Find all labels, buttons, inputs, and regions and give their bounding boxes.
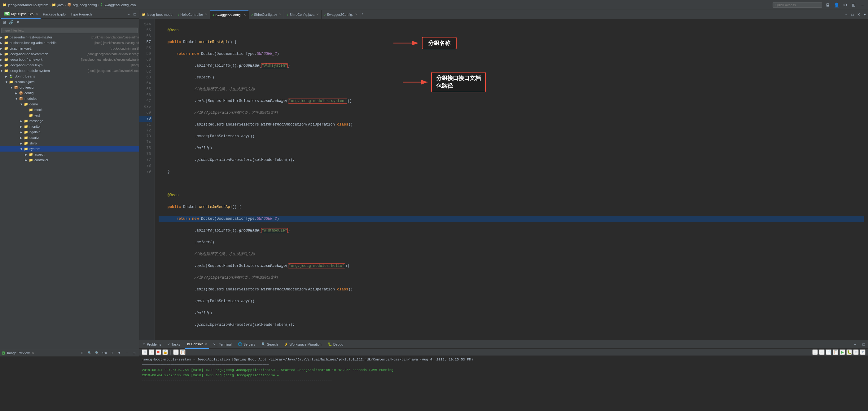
tree-item-aspect[interactable]: ▶ 📁 aspect [0, 152, 139, 157]
tab-console[interactable]: 🖥 Console ✕ [185, 340, 209, 349]
monitor-icon[interactable]: 🖥 [825, 2, 831, 8]
maximize-preview-btn[interactable]: □ [131, 350, 137, 356]
tree-item-ngalain[interactable]: ▶ 📁 ngalain [0, 129, 139, 135]
maximize-bottom-btn[interactable]: □ [861, 341, 867, 348]
tab-swagger2-config[interactable]: J Swagger2Config. ✕ [210, 10, 248, 19]
tab-swagger2-config2[interactable]: J Swagger2Config. ✕ [321, 10, 360, 19]
window-icon[interactable]: ⊞ [851, 2, 857, 8]
zoom-fit-btn[interactable]: ⊞ [79, 350, 85, 356]
tree-item-jeecg-framework[interactable]: ▶ 📁 jeecg-boot-framework [jeecgboot-team… [0, 57, 139, 62]
close-icon[interactable]: ✕ [205, 342, 207, 346]
tab-type-hierarchy[interactable]: Type Hierarch [68, 10, 94, 19]
tab-overflow[interactable]: ⁶ [360, 12, 365, 17]
minimize-editor-btn[interactable]: − [843, 11, 849, 18]
display-selected-btn[interactable]: 📋 [180, 349, 186, 355]
maximize-editor-btn[interactable]: □ [849, 11, 856, 18]
tab-package-explorer[interactable]: Package Explo [40, 10, 68, 19]
close-icon[interactable]: ✕ [279, 13, 281, 16]
tree-item-base-admin[interactable]: ▶ 📁 base-admin-fast-vue-master [trunk/fa… [0, 34, 139, 40]
tab-myeclipse-explorer[interactable]: ME MyEclipse Expl ✕ [1, 10, 40, 19]
folder-icon: 📁 [9, 79, 13, 84]
run-btn[interactable]: ▶ [839, 349, 845, 355]
tree-item-org-jeecg[interactable]: ▼ 📦 org.jeecg [0, 85, 139, 90]
editor-panel: 📁 jeecg-boot-modu J HelloController ✕ J … [140, 10, 868, 340]
tree-item-src-main[interactable]: ▼ 📁 src/main/java [0, 79, 139, 85]
tab-shiro-config[interactable]: J ShiroConfig.jav ✕ [249, 10, 284, 19]
tree-item-jeecg-base[interactable]: ▶ 📁 jeecg-boot-base-common [boot] [jeecg… [0, 51, 139, 57]
debug-run-btn[interactable]: 🐛 [846, 349, 852, 355]
tree-item-message[interactable]: ▶ 📁 message [0, 118, 139, 124]
tab-servers[interactable]: 🌐 Servers [236, 340, 257, 349]
paste-btn[interactable]: 📋 [833, 349, 838, 355]
stop-btn[interactable]: ⏹ [156, 349, 161, 355]
scroll-lock-btn[interactable]: 🔒 [162, 349, 168, 355]
tree-item-modules[interactable]: ▼ 📦 modules [0, 96, 139, 101]
zoom-100-btn[interactable]: 100 [101, 350, 107, 356]
fit-window-btn[interactable]: ⊡ [109, 350, 115, 356]
tab-terminal[interactable]: >_ Terminal [212, 340, 234, 349]
maximize-left-btn[interactable]: □ [132, 11, 138, 17]
minimize-icon[interactable]: − [859, 2, 866, 8]
tree-item-jeecg-jm[interactable]: ▶ 📁 jeecg-boot-module-jm [boot] [0, 62, 139, 68]
code-editor-content[interactable]: @Bean public Docket createRestApi() { re… [155, 19, 868, 340]
tab-label: Terminal [219, 343, 232, 346]
close-icon[interactable]: ✕ [355, 13, 358, 16]
settings-icon[interactable]: ⚙ [842, 2, 848, 8]
tab-search[interactable]: 🔍 Search [259, 340, 280, 349]
tree-item-monitor[interactable]: ▶ 📁 monitor [0, 124, 139, 129]
tab-workspace-migration[interactable]: ⚡ Workspace Migration [282, 340, 323, 349]
close-icon[interactable]: ✕ [36, 12, 38, 16]
tree-item-cicadmin[interactable]: ▶ 📁 cicadmin-vue2 [truck/cicadmin-vue2] [0, 46, 139, 51]
close-icon[interactable]: ✕ [205, 13, 207, 16]
breadcrumb-sep: › [50, 3, 51, 7]
expand-icon: ▼ [10, 86, 13, 89]
tab-problems[interactable]: ⚠ Problems [141, 340, 163, 349]
dropdown-btn[interactable]: ▼ [116, 350, 122, 356]
tree-item-controller[interactable]: ▶ 📁 controller [0, 157, 139, 163]
close-icon[interactable]: ✕ [316, 13, 319, 16]
tree-item-system[interactable]: ▼ 📁 system [0, 146, 139, 152]
tab-hello-controller[interactable]: J HelloController ✕ [175, 10, 210, 19]
project-icon: 📁 [4, 35, 9, 40]
link-editor-btn[interactable]: 🔗 [8, 19, 14, 25]
dropdown-btn[interactable]: ▼ [15, 19, 21, 25]
new-console-btn[interactable]: ⊞ [173, 349, 179, 355]
tab-tasks[interactable]: ✓ Tasks [165, 340, 182, 349]
tree-item-label: jeecg-boot-module-system [9, 69, 86, 72]
tree-item-demo[interactable]: ▼ 📁 demo [0, 101, 139, 107]
tree-item-spring-beans[interactable]: ▶ 🍃 Spring Beans [0, 74, 139, 79]
close-icon[interactable]: ✕ [244, 13, 246, 17]
tree-item-config[interactable]: ▶ 📦 config [0, 90, 139, 96]
zoom-out-btn[interactable]: 🔍 [94, 350, 100, 356]
expand-console-btn[interactable]: ⊡ [812, 349, 818, 355]
user-icon[interactable]: 👤 [833, 2, 839, 8]
word-wrap-btn[interactable]: ↩ [819, 349, 825, 355]
tree-item-mock[interactable]: ▶ 📁 mock [0, 107, 139, 113]
tree-item-test[interactable]: ▶ 📁 test [0, 113, 139, 118]
dropdown-btn[interactable]: ▼ [860, 349, 866, 355]
tree-item-jeecg-system[interactable]: ▼ 📁 jeecg-boot-module-system [boot] [jee… [0, 68, 139, 74]
tab-jeecg-boot-modu[interactable]: 📁 jeecg-boot-modu [140, 10, 175, 19]
minimize-left-btn[interactable]: − [125, 11, 132, 17]
copy-btn[interactable]: 📄 [826, 349, 832, 355]
line-num-65: 65 [140, 86, 152, 92]
zoom-in-btn[interactable]: 🔍 [86, 350, 93, 356]
code-line-79: .globalOperationParameters(setHeaderToke… [159, 322, 864, 328]
tree-item-quartz[interactable]: ▶ 📁 quartz [0, 135, 139, 140]
close-icon[interactable]: ✕ [32, 351, 34, 355]
quick-access-input[interactable] [773, 2, 822, 8]
tab-debug[interactable]: 🐛 Debug [326, 340, 345, 349]
code-line-71: .apiInfo(apiInfo()).groupName("新建module"… [159, 228, 864, 234]
close-editor-btn[interactable]: ✕ [856, 11, 862, 18]
collapse-all-btn[interactable]: ⊟ [1, 19, 7, 25]
tree-search-input[interactable] [1, 28, 138, 33]
clear-console-btn[interactable]: ✕ [142, 349, 148, 355]
tab-shiro-config2[interactable]: J ShiroConfig.java ✕ [284, 10, 321, 19]
pause-btn[interactable]: ⏸ [149, 349, 154, 355]
tree-item-business-leasing[interactable]: ▶ 📁 business-leasing-admin-mobile [boot]… [0, 40, 139, 46]
editor-menu-btn[interactable]: ▼ [862, 11, 868, 18]
tree-item-shiro[interactable]: ▶ 📁 shiro [0, 140, 139, 146]
minimize-preview-btn[interactable]: − [124, 350, 130, 356]
minimize-bottom-btn[interactable]: − [852, 341, 858, 348]
settings-btn[interactable]: ⚙ [853, 349, 859, 355]
